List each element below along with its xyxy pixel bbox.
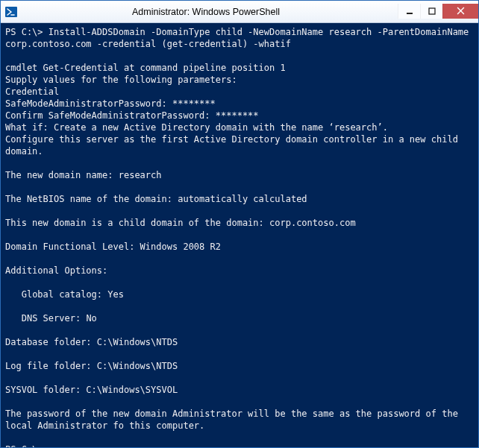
titlebar[interactable]: Administrator: Windows PowerShell	[1, 1, 478, 23]
output-line: Additional Options:	[5, 265, 107, 276]
output-line: SafeModeAdministratorPassword: ********	[5, 98, 216, 109]
prompt: PS C:\>	[5, 27, 48, 37]
output-line: Credential	[5, 86, 59, 97]
close-icon	[457, 7, 465, 15]
output-line: What if: Create a new Active Directory d…	[5, 122, 388, 133]
output-line: This new domain is a child domain of the…	[5, 218, 356, 228]
command-input: Install-ADDSDomain -DomainType child -Ne…	[5, 27, 475, 49]
output-line: DNS Server: No	[5, 313, 97, 324]
powershell-window: Administrator: Windows PowerShell PS C:\…	[0, 0, 479, 448]
maximize-button[interactable]	[420, 4, 442, 19]
svg-rect-2	[407, 13, 413, 14]
output-line: The password of the new domain Administr…	[5, 408, 463, 431]
svg-rect-3	[429, 8, 435, 14]
output-line: The new domain name: research	[5, 170, 162, 180]
maximize-icon	[428, 7, 436, 15]
prompt: PS C:\>	[5, 444, 48, 447]
output-line: The NetBIOS name of the domain: automati…	[5, 194, 307, 204]
output-line: cmdlet Get-Credential at command pipelin…	[5, 63, 286, 73]
output-line: Database folder: C:\Windows\NTDS	[5, 337, 178, 347]
window-buttons	[398, 4, 478, 20]
system-menu-icon[interactable]	[1, 1, 22, 23]
minimize-button[interactable]	[398, 4, 420, 19]
output-line: SYSVOL folder: C:\Windows\SYSVOL	[5, 385, 178, 395]
output-line: Domain Functional Level: Windows 2008 R2	[5, 242, 221, 252]
powershell-icon	[5, 6, 17, 18]
close-button[interactable]	[442, 4, 478, 19]
terminal-output[interactable]: PS C:\> Install-ADDSDomain -DomainType c…	[1, 23, 478, 447]
output-line: Confirm SafeModeAdministratorPassword: *…	[5, 110, 259, 121]
output-line: Global catalog: Yes	[5, 289, 124, 300]
output-line: Configure this server as the first Activ…	[5, 134, 463, 157]
minimize-icon	[406, 7, 413, 15]
output-line: Supply values for the following paramete…	[5, 75, 237, 85]
window-title: Administrator: Windows PowerShell	[22, 7, 398, 17]
output-line: Log file folder: C:\Windows\NTDS	[5, 361, 178, 371]
